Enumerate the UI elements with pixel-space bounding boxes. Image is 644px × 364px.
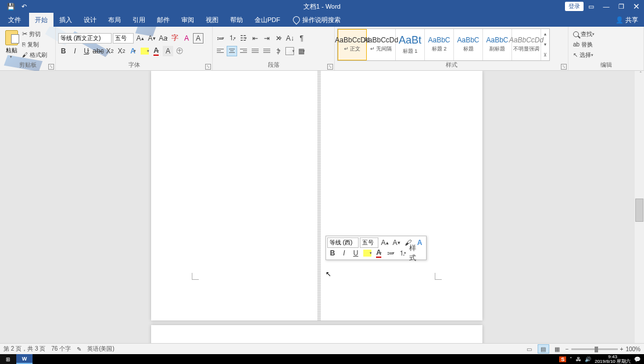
tray-network-icon[interactable]: 🖧 [576, 356, 581, 362]
style-item[interactable]: AaBbC标题 [454, 29, 483, 60]
align-distribute-button[interactable] [262, 46, 272, 56]
paragraph-launcher[interactable]: ⤡ [327, 64, 333, 70]
zoom-out-button[interactable]: − [566, 346, 569, 352]
tray-volume-icon[interactable]: 🔊 [585, 356, 591, 362]
close-icon[interactable]: ✕ [629, 0, 644, 13]
tell-me-search[interactable]: 操作说明搜索 [293, 16, 341, 24]
shrink-font-icon[interactable]: A▾ [146, 33, 157, 44]
indent-decrease-button[interactable]: ⇤ [250, 33, 260, 44]
clear-format-icon[interactable]: A [181, 33, 192, 44]
align-left-button[interactable] [215, 46, 226, 56]
copy-button[interactable]: ⎘复制 [22, 40, 47, 49]
mini-font-color-button[interactable]: A▾ [374, 248, 384, 258]
status-spellcheck-icon[interactable]: ✎ [77, 346, 81, 352]
style-item[interactable]: AaBbC副标题 [483, 29, 512, 60]
mini-style-button[interactable]: 样式 [409, 248, 419, 258]
tab-home[interactable]: 开始 [29, 13, 53, 27]
tray-chevron-icon[interactable]: ˄ [570, 356, 573, 362]
page-2[interactable] [151, 325, 482, 343]
tab-help[interactable]: 帮助 [224, 13, 249, 27]
tab-insert[interactable]: 插入 [53, 13, 78, 27]
multilevel-button[interactable]: ☷▾ [238, 33, 249, 44]
show-marks-button[interactable]: ¶ [296, 33, 307, 44]
font-color-button[interactable]: A▾ [151, 46, 162, 56]
underline-button[interactable]: U▾ [81, 46, 92, 56]
styles-more-button[interactable]: ▴▾⊻ [541, 29, 549, 60]
save-icon[interactable]: 💾 [5, 0, 17, 13]
start-button[interactable]: ⊞ [0, 354, 16, 364]
view-print-button[interactable]: ▤ [538, 344, 549, 354]
asian-layout-button[interactable]: ✕▾ [273, 33, 284, 44]
view-read-button[interactable]: ▭ [524, 344, 535, 354]
superscript-button[interactable]: X2 [116, 46, 127, 56]
mini-font-combo[interactable]: 等线 (西) [327, 237, 359, 248]
sort-button[interactable]: A↓ [285, 33, 295, 44]
styles-launcher[interactable]: ⤡ [561, 64, 567, 70]
cut-button[interactable]: ✂剪切 [22, 30, 47, 39]
style-item[interactable]: AaBbCcDd↵ 正文 [338, 29, 367, 60]
grow-font-icon[interactable]: A▴ [135, 33, 145, 44]
tab-mail[interactable]: 邮件 [151, 13, 176, 27]
ribbon-options-icon[interactable]: ▭ [584, 0, 599, 13]
align-justify-button[interactable] [250, 46, 260, 56]
italic-button[interactable]: I [70, 46, 80, 56]
status-language[interactable]: 英语(美国) [87, 345, 115, 353]
find-button[interactable]: 查找▾ [573, 30, 595, 39]
mini-shrink-font-icon[interactable]: A▾ [391, 237, 402, 248]
tray-clock[interactable]: 9:43 2019/8/10 星期六 [595, 355, 631, 364]
tab-design[interactable]: 设计 [78, 13, 102, 27]
clipboard-launcher[interactable]: ⤡ [48, 64, 54, 70]
zoom-in-button[interactable]: + [620, 346, 624, 352]
subscript-button[interactable]: X2 [105, 46, 115, 56]
mini-grow-font-icon[interactable]: A▴ [380, 237, 390, 248]
format-painter-button[interactable]: 🖌格式刷 [22, 51, 47, 60]
mini-bold-button[interactable]: B [327, 248, 338, 258]
minimize-icon[interactable]: — [599, 0, 614, 13]
paste-button[interactable]: 粘贴 ▾ [2, 30, 21, 59]
font-name-combo[interactable]: 等线 (西文正文) [58, 33, 112, 44]
style-item[interactable]: AaBt标题 1 [396, 29, 425, 60]
font-size-combo[interactable]: 五号 [113, 33, 134, 44]
char-border-button[interactable]: ㊉ [174, 46, 185, 56]
taskbar-word-button[interactable]: W [16, 354, 33, 364]
status-word-count[interactable]: 76 个字 [51, 345, 71, 353]
zoom-slider[interactable] [571, 348, 618, 350]
text-effects-button[interactable]: A▾ [128, 46, 138, 56]
char-shading-button[interactable]: A [163, 46, 173, 56]
mini-size-combo[interactable]: 五号 [360, 237, 378, 248]
tab-layout[interactable]: 布局 [102, 13, 127, 27]
collapse-ribbon-icon[interactable]: ˄ [637, 71, 644, 78]
login-button[interactable]: 登录 [565, 2, 584, 11]
tab-file[interactable]: 文件 [0, 13, 29, 27]
mini-underline-button[interactable]: U [350, 248, 361, 258]
share-button[interactable]: 👤 共享 [616, 16, 638, 24]
indent-increase-button[interactable]: ⇥ [262, 33, 272, 44]
font-launcher[interactable]: ⤡ [205, 64, 211, 70]
select-button[interactable]: ↖选择▾ [573, 51, 595, 60]
highlight-button[interactable]: ▾ [139, 46, 150, 56]
line-spacing-button[interactable]: ‡▾ [273, 46, 284, 56]
change-case-icon[interactable]: Aa▾ [158, 33, 169, 44]
tab-jinshan[interactable]: 金山PDF [249, 13, 286, 27]
mini-bullets-button[interactable]: ≔▾ [385, 248, 396, 258]
mini-italic-button[interactable]: I [339, 248, 349, 258]
document-area[interactable]: 等线 (西) 五号 A▴ A▾ 🖌 A B I U ▾ A▾ ≔▾ ⒈▾ 样式 … [0, 71, 644, 343]
style-item[interactable]: AaBbCcDd不明显强调 [512, 29, 541, 60]
style-item[interactable]: AaBbC标题 2 [425, 29, 454, 60]
vertical-scrollbar[interactable]: ˄ [635, 71, 644, 343]
numbering-button[interactable]: ⒈▾ [227, 33, 237, 44]
mini-numbering-button[interactable]: ⒈▾ [397, 248, 407, 258]
align-right-button[interactable] [238, 46, 249, 56]
tray-notifications-icon[interactable]: 💬 [634, 356, 641, 362]
page-1[interactable] [151, 71, 482, 320]
maximize-icon[interactable]: ❐ [614, 0, 629, 13]
borders-button[interactable]: ▦▾ [296, 46, 307, 56]
status-page[interactable]: 第 2 页，共 3 页 [3, 345, 45, 353]
mini-highlight-button[interactable]: ▾ [362, 248, 373, 258]
strike-button[interactable]: abc [93, 46, 103, 56]
shading-button[interactable]: ▾ [285, 46, 295, 56]
enclose-char-icon[interactable]: A [193, 33, 203, 44]
phonetic-guide-icon[interactable]: 字 [170, 33, 180, 44]
tab-view[interactable]: 视图 [200, 13, 224, 27]
replace-button[interactable]: ab替换 [573, 40, 595, 49]
